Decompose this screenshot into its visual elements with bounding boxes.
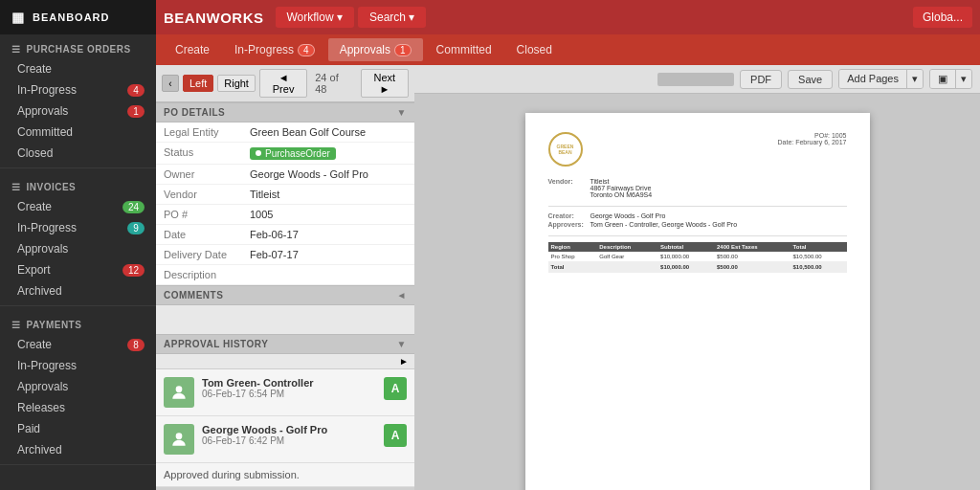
search-button[interactable]: Search ▾ bbox=[358, 7, 426, 28]
sidebar-item-archived[interactable]: Archived bbox=[0, 280, 156, 301]
approval-history-toggle[interactable]: ▼ bbox=[397, 339, 407, 349]
sidebar-item-in-progress[interactable]: In-Progress bbox=[0, 355, 156, 376]
doc-po-info: PO#: 1005 Date: February 6, 2017 bbox=[778, 132, 847, 145]
po-table-row: Delivery Date Feb-07-17 bbox=[156, 244, 414, 264]
sidebar-brand-label: BEANBOARD bbox=[33, 11, 110, 23]
doc-vendor-address1: 4867 Fairways Drive bbox=[590, 185, 653, 191]
doc-total-subtotal: $10,000.00 bbox=[657, 262, 714, 273]
sidebar-item-approvals[interactable]: Approvals bbox=[0, 238, 156, 259]
sidebar-item-label: Archived bbox=[17, 284, 62, 298]
approval-history-nav[interactable]: ► bbox=[399, 356, 409, 367]
person-icon bbox=[169, 430, 189, 449]
status-badge: PurchaseOrder bbox=[250, 147, 336, 160]
doc-creator-section: Creator: George Woods - Golf Pro Approve… bbox=[548, 212, 847, 228]
sidebar-item-create[interactable]: Create8 bbox=[0, 334, 156, 355]
sidebar-badge: 4 bbox=[127, 84, 145, 97]
pdf-button[interactable]: PDF bbox=[740, 70, 782, 89]
po-table-row: Owner George Woods - Golf Pro bbox=[156, 164, 414, 184]
content-area: ‹ Left Right ◄ Prev 24 of 48 Next ► PO D… bbox=[156, 65, 980, 490]
doc-logo-circle: GREENBEAN bbox=[548, 132, 583, 167]
doc-total-amount: $10,500.00 bbox=[791, 262, 847, 273]
doc-vendor-address2: Toronto ON M6A9S4 bbox=[590, 191, 653, 198]
sidebar-item-closed[interactable]: Closed bbox=[0, 143, 156, 164]
sidebar-item-approvals[interactable]: Approvals bbox=[0, 376, 156, 397]
nav-tab-create[interactable]: Create bbox=[164, 38, 221, 61]
po-field-value: 1005 bbox=[242, 204, 414, 224]
po-details-title: PO DETAILS bbox=[164, 107, 225, 118]
sidebar: ▦ BEANBOARD ☰PURCHASE ORDERSCreateIn-Pro… bbox=[0, 0, 156, 490]
doc-approvers-field: Approvers: Tom Green - Controller, Georg… bbox=[548, 221, 847, 228]
svg-point-0 bbox=[176, 386, 183, 392]
nav-tab-create-label: Create bbox=[175, 43, 210, 56]
add-pages-dropdown[interactable]: ▾ bbox=[907, 70, 923, 88]
sidebar-item-approvals[interactable]: Approvals1 bbox=[0, 100, 156, 122]
po-field-value: Feb-07-17 bbox=[242, 244, 414, 264]
sidebar-item-create[interactable]: Create bbox=[0, 58, 156, 79]
doc-vendor-label: Vendor: bbox=[548, 178, 587, 198]
page-info: 24 of 48 bbox=[315, 72, 352, 95]
sidebar-item-paid[interactable]: Paid bbox=[0, 418, 156, 439]
sidebar-item-create[interactable]: Create24 bbox=[0, 196, 156, 217]
nav-tab-inprogress[interactable]: In-Progress 4 bbox=[223, 38, 326, 61]
doc-table-header-total: Total bbox=[791, 242, 847, 252]
sidebar-item-committed[interactable]: Committed bbox=[0, 122, 156, 143]
sidebar-item-in-progress[interactable]: In-Progress4 bbox=[0, 79, 156, 100]
po-field-value: Green Bean Golf Course bbox=[242, 122, 414, 143]
sidebar-item-in-progress[interactable]: In-Progress9 bbox=[0, 217, 156, 238]
nav-tab-approvals[interactable]: Approvals 1 bbox=[328, 38, 423, 61]
doc-row-desc: Golf Gear bbox=[596, 252, 657, 262]
view-dropdown[interactable]: ▾ bbox=[956, 70, 971, 88]
sidebar-badge: 9 bbox=[127, 222, 145, 234]
po-table-row: Status PurchaseOrder bbox=[156, 143, 414, 165]
next-button[interactable]: Next ► bbox=[361, 69, 409, 98]
sidebar-item-archived[interactable]: Archived bbox=[0, 439, 156, 460]
nav-tab-committed[interactable]: Committed bbox=[425, 38, 503, 61]
nav-tab-inprogress-label: In-Progress bbox=[234, 43, 294, 56]
sidebar-section-invoices: ☰INVOICES bbox=[0, 172, 156, 196]
doc-paper: GREENBEAN PO#: 1005 Date: February 6, 20… bbox=[525, 113, 870, 490]
add-pages-label[interactable]: Add Pages bbox=[839, 70, 907, 88]
po-field-value: Titleist bbox=[242, 184, 414, 204]
po-details-body: Legal Entity Green Bean Golf CourseStatu… bbox=[156, 122, 414, 285]
status-dot bbox=[256, 150, 261, 156]
doc-toolbar: PDF Save Add Pages ▾ ▣ ▾ bbox=[414, 65, 980, 94]
right-button[interactable]: Right bbox=[217, 75, 256, 92]
sidebar-item-label: Create bbox=[17, 62, 52, 76]
collapse-button[interactable]: ‹ bbox=[162, 75, 179, 92]
doc-header-row: GREENBEAN PO#: 1005 Date: February 6, 20… bbox=[548, 132, 847, 167]
doc-table-total-row: Total $10,000.00 $500.00 $10,500.00 bbox=[548, 262, 847, 273]
topbar-right: Globa... bbox=[913, 7, 972, 28]
nav-tab-closed[interactable]: Closed bbox=[505, 38, 564, 61]
po-details-toggle[interactable]: ▼ bbox=[397, 107, 407, 118]
approval-info: Tom Green- Controller 06-Feb-17 6:54 PM bbox=[202, 377, 376, 399]
prev-button[interactable]: ◄ Prev bbox=[259, 69, 307, 98]
left-button[interactable]: Left bbox=[183, 75, 213, 92]
approval-date: 06-Feb-17 6:42 PM bbox=[202, 435, 376, 446]
save-button[interactable]: Save bbox=[788, 70, 833, 89]
sidebar-item-label: Archived bbox=[17, 443, 62, 457]
sidebar-item-releases[interactable]: Releases bbox=[0, 397, 156, 418]
pagination-bar: ‹ Left Right ◄ Prev 24 of 48 Next ► bbox=[156, 65, 414, 102]
po-field-label: Delivery Date bbox=[156, 244, 242, 264]
doc-creator-field: Creator: George Woods - Golf Pro bbox=[548, 212, 847, 219]
doc-row-total: $10,500.00 bbox=[791, 252, 847, 262]
doc-approvers-label: Approvers: bbox=[548, 221, 587, 228]
view-icon[interactable]: ▣ bbox=[930, 70, 956, 88]
doc-total-taxes: $500.00 bbox=[714, 262, 791, 273]
sidebar-item-export[interactable]: Export12 bbox=[0, 259, 156, 280]
comments-toggle[interactable]: ◄ bbox=[397, 290, 407, 301]
sidebar-sections: ☰PURCHASE ORDERSCreateIn-Progress4Approv… bbox=[0, 34, 156, 469]
global-button[interactable]: Globa... bbox=[913, 7, 972, 28]
nav-tab-approvals-badge: 1 bbox=[394, 44, 412, 56]
sidebar-item-label: Create bbox=[17, 200, 52, 213]
po-field-label: Status bbox=[156, 143, 242, 165]
workflow-button[interactable]: Workflow ▾ bbox=[276, 7, 354, 28]
main-content: BEANWORKS Workflow ▾ Search ▾ Globa... C… bbox=[156, 0, 980, 490]
po-field-label: Vendor bbox=[156, 184, 242, 204]
view-split: ▣ ▾ bbox=[929, 69, 972, 89]
doc-viewer: PDF Save Add Pages ▾ ▣ ▾ GREENBEAN bbox=[414, 65, 980, 490]
nav-tab-closed-label: Closed bbox=[517, 43, 552, 56]
navtabs: Create In-Progress 4 Approvals 1 Committ… bbox=[156, 34, 980, 65]
approval-name: George Woods - Golf Pro bbox=[202, 424, 376, 435]
topbar-brand: BEANWORKS bbox=[164, 10, 264, 26]
